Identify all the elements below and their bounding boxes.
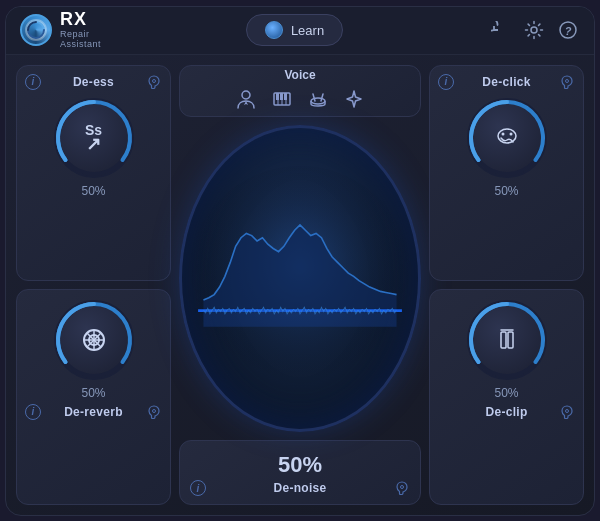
voice-drum-icon[interactable]	[307, 88, 329, 114]
voice-icons	[235, 88, 365, 114]
brand-text: RX RepairAssistant	[60, 10, 101, 50]
voice-piano-icon[interactable]	[271, 88, 293, 114]
undo-icon[interactable]	[488, 18, 512, 42]
deess-header: i De-ess	[25, 74, 162, 90]
header-right: ?	[488, 18, 580, 42]
voice-person-icon[interactable]	[235, 88, 257, 114]
declick-header: i De-click	[438, 74, 575, 90]
svg-point-28	[566, 79, 569, 82]
svg-point-22	[311, 98, 325, 104]
dereverb-knob-bg	[54, 300, 134, 380]
dereverb-header: i De-reverb	[25, 404, 162, 420]
svg-point-1	[531, 27, 537, 33]
svg-point-4	[152, 79, 155, 82]
logo-icon	[20, 14, 52, 46]
declick-ear-icon[interactable]	[559, 74, 575, 90]
learn-button[interactable]: Learn	[246, 14, 343, 46]
dereverb-ear-icon[interactable]	[146, 404, 162, 420]
declick-knob[interactable]	[467, 98, 547, 178]
center-column: Voice	[179, 65, 421, 505]
svg-point-32	[509, 132, 512, 135]
voice-magic-icon[interactable]	[343, 88, 365, 114]
declip-module: 50% De-clip	[429, 289, 584, 505]
brand-subtitle: RepairAssistant	[60, 30, 101, 50]
left-column: i De-ess	[16, 65, 171, 505]
declick-knob-bg	[467, 98, 547, 178]
declick-info-icon[interactable]: i	[438, 74, 454, 90]
help-icon[interactable]: ?	[556, 18, 580, 42]
voice-panel: Voice	[179, 65, 421, 117]
declip-title: De-clip	[485, 405, 527, 419]
svg-point-0	[27, 21, 45, 39]
deess-module: i De-ess	[16, 65, 171, 281]
declick-title: De-click	[482, 75, 530, 89]
svg-line-23	[313, 94, 315, 101]
svg-text:?: ?	[565, 25, 572, 37]
deess-info-icon[interactable]: i	[25, 74, 41, 90]
svg-point-37	[565, 409, 568, 412]
declip-value: 50%	[494, 386, 518, 400]
learn-dot	[265, 21, 283, 39]
dereverb-module: 50% i De-reverb	[16, 289, 171, 505]
dereverb-info-icon[interactable]: i	[25, 404, 41, 420]
declick-module: i De-click	[429, 65, 584, 281]
denoise-ear-icon[interactable]	[394, 480, 410, 496]
main-content: i De-ess	[6, 55, 594, 515]
svg-rect-34	[501, 332, 506, 348]
svg-rect-21	[284, 93, 287, 100]
deess-title: De-ess	[73, 75, 114, 89]
header: RX RepairAssistant Learn	[6, 7, 594, 55]
declick-value: 50%	[494, 184, 518, 198]
declip-header: De-clip	[438, 404, 575, 420]
right-column: i De-click	[429, 65, 584, 505]
svg-point-27	[400, 486, 403, 489]
deess-knob-bg: Ss ↗	[54, 98, 134, 178]
deess-knob[interactable]: Ss ↗	[54, 98, 134, 178]
svg-point-13	[152, 409, 155, 412]
declip-knob-bg	[467, 300, 547, 380]
denoise-info-icon[interactable]: i	[190, 480, 206, 496]
header-left: RX RepairAssistant	[20, 10, 101, 50]
dereverb-knob[interactable]	[54, 300, 134, 380]
svg-rect-19	[276, 93, 279, 100]
svg-rect-20	[280, 93, 283, 100]
svg-rect-35	[508, 332, 513, 348]
denoise-module: 50% i De-noise	[179, 440, 421, 505]
denoise-title: De-noise	[273, 481, 326, 495]
deess-ear-icon[interactable]	[146, 74, 162, 90]
voice-title: Voice	[284, 68, 315, 82]
deess-value: 50%	[81, 184, 105, 198]
dereverb-value: 50%	[81, 386, 105, 400]
dereverb-title: De-reverb	[64, 405, 123, 419]
svg-point-14	[242, 91, 250, 99]
svg-line-24	[321, 94, 323, 101]
denoise-value: 50%	[278, 452, 322, 478]
app-container: RX RepairAssistant Learn	[5, 6, 595, 516]
declip-knob[interactable]	[467, 300, 547, 380]
settings-icon[interactable]	[522, 18, 546, 42]
svg-point-31	[501, 132, 504, 135]
declip-ear-icon[interactable]	[559, 404, 575, 420]
waveform-panel	[179, 125, 421, 432]
learn-label: Learn	[291, 23, 324, 38]
brand-rx: RX	[60, 10, 101, 30]
svg-point-30	[498, 129, 516, 143]
